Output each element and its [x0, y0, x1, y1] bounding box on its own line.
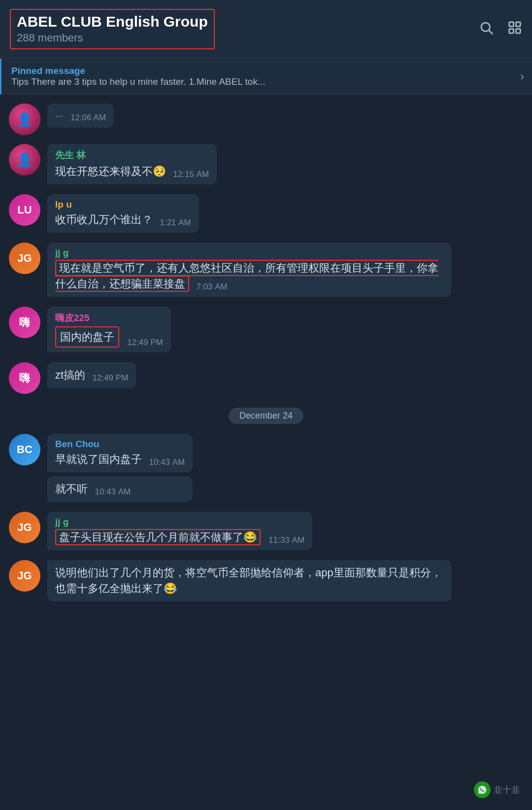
sender-name: 嗨皮225: [55, 312, 163, 324]
watermark: 韭十韭: [474, 781, 520, 798]
avatar-initials: JG: [17, 521, 32, 534]
bubble-text: 盘子头目现在公告几个月前就不做事了😂: [55, 529, 264, 545]
bubble-time: 10:43 AM: [95, 487, 131, 496]
message-bubble: 先生 林 现在开怒还来得及不🥺 12:15 AM: [47, 144, 217, 184]
watermark-text: 韭十韭: [494, 784, 520, 796]
bubble-text: 现在开怒还来得及不🥺: [55, 165, 166, 177]
pinned-label: Pinned message: [11, 66, 522, 76]
inner-highlight-box: 国内的盘子: [55, 326, 119, 348]
message-row: 👤 先生 林 现在开怒还来得及不🥺 12:15 AM: [0, 139, 532, 189]
bubble-time: 12:06 AM: [70, 113, 106, 122]
bubble-time: 12:15 AM: [173, 170, 209, 179]
group-title-box: ABEL CLUB English Group 288 members: [10, 9, 215, 49]
bubble-text: 国内的盘子: [55, 331, 122, 343]
bubble-time: 12:49 PM: [127, 338, 163, 347]
message-row: 嗨 zt搞的 12:49 PM: [0, 357, 532, 399]
message-bubble: 说明他们出了几个月的货，将空气币全部抛给信仰者，app里面那数量只是积分，也需十…: [47, 560, 451, 601]
bubble-text: zt搞的: [55, 369, 85, 381]
bubble-text: ···: [55, 110, 64, 121]
avatar: BC: [9, 434, 40, 465]
message-row: JG 说明他们出了几个月的货，将空气币全部抛给信仰者，app里面那数量只是积分，…: [0, 555, 532, 601]
message-bubble: jj g 现在就是空气币了，还有人忽悠社区自治，所有管理权限在项目头子手里，你拿…: [47, 243, 451, 297]
message-bubble: jj g 盘子头目现在公告几个月前就不做事了😂 11:33 AM: [47, 512, 312, 550]
sender-name: Ben Chou: [55, 439, 185, 450]
watermark-icon: [474, 781, 491, 798]
message-row: 👤 ··· 12:06 AM: [0, 100, 532, 139]
search-icon[interactable]: [479, 20, 494, 38]
avatar-initials: 嗨: [19, 315, 30, 330]
sender-name: lp u: [55, 199, 191, 210]
svg-rect-4: [509, 29, 514, 33]
header-left: ABEL CLUB English Group 288 members: [10, 9, 215, 49]
pinned-text: Tips There are 3 tips to help u mine fas…: [11, 76, 266, 87]
avatar: JG: [9, 243, 40, 274]
pinned-arrow-icon: ›: [520, 70, 524, 83]
avatar: LU: [9, 194, 40, 226]
pinned-message-bar[interactable]: Pinned message Tips There are 3 tips to …: [0, 59, 532, 95]
message-bubble: 就不听 10:43 AM: [47, 476, 193, 502]
avatar-initials: 嗨: [19, 371, 30, 386]
bubble-text-highlighted: 现在就是空气币了，还有人忽悠社区自治，所有管理权限在项目头子手里，你拿什么自治，…: [55, 260, 438, 292]
pinned-content: Pinned message Tips There are 3 tips to …: [11, 66, 522, 87]
group-title: ABEL CLUB English Group: [17, 13, 208, 31]
bubble-time: 7:03 AM: [196, 282, 227, 291]
svg-rect-5: [516, 29, 521, 33]
message-row: BC Ben Chou 早就说了国内盘子 10:43 AM 就不听 10:43 …: [0, 429, 532, 507]
sender-name: 先生 林: [55, 149, 209, 162]
avatar: 嗨: [9, 307, 40, 338]
message-row: 嗨 嗨皮225 国内的盘子 12:49 PM: [0, 302, 532, 358]
bubble-text: 说明他们出了几个月的货，将空气币全部抛给信仰者，app里面那数量只是积分，也需十…: [55, 566, 442, 595]
message-group: Ben Chou 早就说了国内盘子 10:43 AM 就不听 10:43 AM: [47, 434, 193, 502]
layout-icon[interactable]: [507, 20, 522, 38]
message-bubble: lp u 收币收几万个谁出？ 1:21 AM: [47, 194, 199, 233]
message-row: JG jj g 盘子头目现在公告几个月前就不做事了😂 11:33 AM: [0, 507, 532, 555]
bubble-text: 收币收几万个谁出？: [55, 213, 153, 226]
date-label: December 24: [229, 408, 303, 424]
bubble-time: 1:21 AM: [160, 218, 191, 227]
date-separator: December 24: [0, 408, 532, 424]
message-bubble: Ben Chou 早就说了国内盘子 10:43 AM: [47, 434, 193, 472]
avatar: 嗨: [9, 362, 40, 394]
chat-area: 👤 ··· 12:06 AM 👤 先生 林 现在开怒还来得及不🥺 12:15 A…: [0, 95, 532, 611]
sender-name: jj g: [55, 517, 304, 528]
svg-line-1: [489, 30, 493, 34]
sender-name: jj g: [55, 247, 443, 258]
svg-rect-3: [516, 22, 521, 26]
message-row: JG jj g 现在就是空气币了，还有人忽悠社区自治，所有管理权限在项目头子手里…: [0, 238, 532, 302]
avatar: 👤: [9, 144, 40, 176]
header-icons: [479, 20, 522, 38]
header: ABEL CLUB English Group 288 members: [0, 0, 532, 59]
avatar-initials: JG: [17, 569, 32, 582]
avatar-initials: JG: [17, 252, 32, 265]
avatar: JG: [9, 512, 40, 543]
bubble-text: 早就说了国内盘子: [55, 453, 142, 465]
bubble-time: 11:33 AM: [268, 535, 304, 545]
message-bubble: zt搞的 12:49 PM: [47, 362, 136, 388]
group-members: 288 members: [17, 32, 208, 44]
bubble-text: 就不听: [55, 483, 88, 495]
avatar-initials: LU: [17, 204, 32, 216]
svg-rect-2: [509, 22, 514, 26]
avatar: JG: [9, 560, 40, 592]
bubble-time: 10:43 AM: [149, 458, 185, 467]
avatar: 👤: [9, 104, 40, 135]
highlighted-text: 盘子头目现在公告几个月前就不做事了😂: [55, 529, 261, 545]
message-bubble: 嗨皮225 国内的盘子 12:49 PM: [47, 307, 171, 353]
bubble-time: 12:49 PM: [93, 373, 129, 383]
message-row: LU lp u 收币收几万个谁出？ 1:21 AM: [0, 189, 532, 238]
avatar-initials: BC: [17, 443, 33, 456]
message-bubble: ··· 12:06 AM: [47, 104, 114, 128]
